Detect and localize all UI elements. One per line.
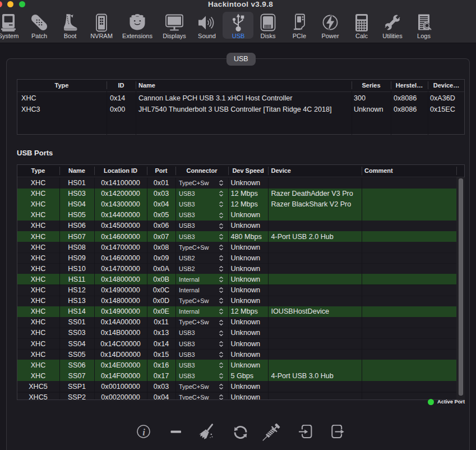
svg-text:i: i [142, 426, 145, 437]
